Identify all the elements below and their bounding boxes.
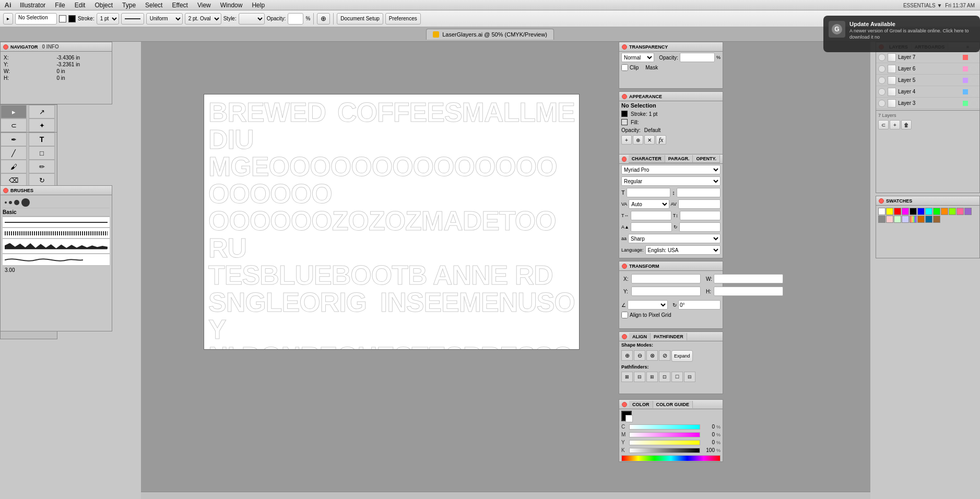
clip-checkbox[interactable]: [621, 64, 628, 71]
selection-tool-icon[interactable]: ▸: [3, 13, 13, 25]
layer-lock-3[interactable]: [970, 100, 977, 107]
tx-input[interactable]: 0 in: [631, 274, 701, 283]
exclude-btn[interactable]: ⊘: [659, 350, 670, 361]
swatch-red[interactable]: [894, 208, 901, 215]
swatch-orange[interactable]: [941, 208, 948, 215]
info-tab[interactable]: 0 INFO: [42, 44, 59, 50]
unite-btn[interactable]: ⊕: [621, 350, 633, 361]
layer-vis-5[interactable]: [878, 77, 885, 84]
character-tab[interactable]: CHARACTER: [629, 155, 665, 162]
outline-btn[interactable]: ☐: [671, 372, 683, 382]
appearance-fx-btn[interactable]: fx: [656, 135, 666, 145]
essentials-btn[interactable]: ESSENTIALS ▼: [903, 3, 942, 8]
menu-type[interactable]: Type: [118, 1, 140, 10]
oval-select[interactable]: 2 pt. Oval: [185, 13, 221, 25]
swatch-blue[interactable]: [917, 208, 925, 215]
brush-dots-preview[interactable]: [5, 198, 30, 207]
layer-lock-4[interactable]: [970, 88, 977, 96]
swatch-teal[interactable]: [925, 216, 932, 223]
navigator-close-btn[interactable]: [3, 44, 8, 50]
rect-tool[interactable]: □: [29, 146, 55, 160]
menu-view[interactable]: View: [193, 1, 215, 10]
swatch-pink[interactable]: [957, 208, 964, 215]
minus-back-btn[interactable]: ⊟: [684, 372, 695, 382]
v-scale-input[interactable]: 100%: [680, 211, 721, 220]
menu-edit[interactable]: Edit: [70, 1, 90, 10]
layer-row-7[interactable]: Layer 7: [876, 52, 979, 63]
swatch-lime[interactable]: [949, 208, 956, 215]
fill-color-box[interactable]: [68, 15, 76, 22]
align-pixel-checkbox[interactable]: [621, 312, 628, 318]
make-clipping-btn[interactable]: ⊂: [878, 120, 889, 129]
swatch-green[interactable]: [933, 208, 940, 215]
brush-row-wave[interactable]: [3, 254, 110, 266]
swatch-black[interactable]: [910, 208, 917, 215]
character-close-btn[interactable]: [622, 157, 627, 162]
uniform-select[interactable]: Uniform: [146, 13, 183, 25]
trim-btn[interactable]: ⊟: [634, 372, 645, 382]
layer-vis-3[interactable]: [878, 100, 885, 107]
swatch-lightpink[interactable]: [886, 216, 893, 223]
color-stroke-swatch[interactable]: [625, 415, 633, 422]
create-layer-btn[interactable]: +: [890, 120, 900, 129]
layer-row-6[interactable]: Layer 6: [876, 63, 979, 75]
color-fill-swatch[interactable]: [621, 411, 632, 421]
line-tool[interactable]: ╱: [1, 146, 27, 160]
style-select[interactable]: [239, 13, 265, 25]
layer-row-5[interactable]: Layer 5: [876, 75, 979, 86]
brush-row-splat[interactable]: [3, 239, 110, 254]
paintbrush-tool[interactable]: 🖌: [1, 160, 27, 173]
magic-wand-tool[interactable]: ✦: [29, 118, 55, 132]
rotation-input[interactable]: [678, 300, 721, 310]
crop-btn[interactable]: ⊡: [659, 372, 670, 382]
appearance-close-btn[interactable]: [622, 94, 627, 99]
tracking-select[interactable]: Auto: [629, 199, 669, 209]
transparency-close-btn[interactable]: [622, 44, 627, 50]
menu-help[interactable]: Help: [247, 1, 269, 10]
layer-vis-6[interactable]: [878, 65, 885, 73]
swatch-magenta[interactable]: [902, 208, 909, 215]
stroke-color-box[interactable]: [59, 15, 66, 22]
swatch-white[interactable]: [878, 208, 885, 215]
tw-input[interactable]: 0 in: [714, 274, 783, 283]
transparency-opacity-input[interactable]: 100: [680, 53, 715, 62]
color-close-btn[interactable]: [622, 402, 627, 407]
select-tool[interactable]: ▸: [1, 105, 27, 118]
appearance-dup-btn[interactable]: ⊕: [633, 135, 643, 145]
document-setup-button[interactable]: Document Setup: [337, 13, 383, 25]
ty-input[interactable]: 0 in: [631, 287, 701, 296]
m-slider[interactable]: [629, 432, 700, 437]
font-family-select[interactable]: Myriad Pro: [621, 165, 721, 174]
swatch-gray[interactable]: [878, 216, 885, 223]
warp-icon[interactable]: ⊕: [317, 13, 330, 25]
k-slider[interactable]: [629, 448, 700, 453]
minus-front-btn[interactable]: ⊖: [634, 350, 645, 361]
mask-btn[interactable]: Mask: [645, 65, 658, 70]
swatch-brown[interactable]: [917, 216, 925, 223]
th-input[interactable]: 0 in: [714, 287, 783, 296]
layer-lock-5[interactable]: [970, 77, 977, 84]
layer-vis-7[interactable]: [878, 54, 885, 61]
kerning-input[interactable]: 0: [678, 199, 721, 209]
swatch-cyan[interactable]: [925, 208, 932, 215]
intersect-btn[interactable]: ⊗: [646, 350, 658, 361]
swatch-yellow[interactable]: [886, 208, 893, 215]
swatch-purple[interactable]: [964, 208, 972, 215]
y-slider[interactable]: [629, 440, 700, 445]
pencil-tool[interactable]: ✏: [29, 160, 55, 173]
swatches-close-btn[interactable]: [879, 198, 884, 204]
layer-vis-4[interactable]: [878, 88, 885, 96]
pathfinder-tab[interactable]: PATHFINDER: [651, 333, 687, 340]
baseline-input[interactable]: 0 pt: [631, 222, 672, 232]
menu-select[interactable]: Select: [141, 1, 167, 10]
rotate-input[interactable]: 0°: [679, 222, 721, 232]
no-selection-field[interactable]: No Selection: [15, 13, 57, 25]
brushes-close-btn[interactable]: [3, 188, 8, 193]
growl-notification[interactable]: G Update Available A newer version of Gr…: [823, 16, 980, 52]
brush-row-flat[interactable]: [3, 217, 110, 228]
font-style-select[interactable]: Regular: [621, 176, 721, 186]
horizontal-scrollbar[interactable]: [141, 492, 870, 499]
swatch-lightblue[interactable]: [902, 216, 909, 223]
expand-button[interactable]: Expand: [671, 350, 693, 362]
lasso-tool[interactable]: ⊂: [1, 118, 27, 132]
